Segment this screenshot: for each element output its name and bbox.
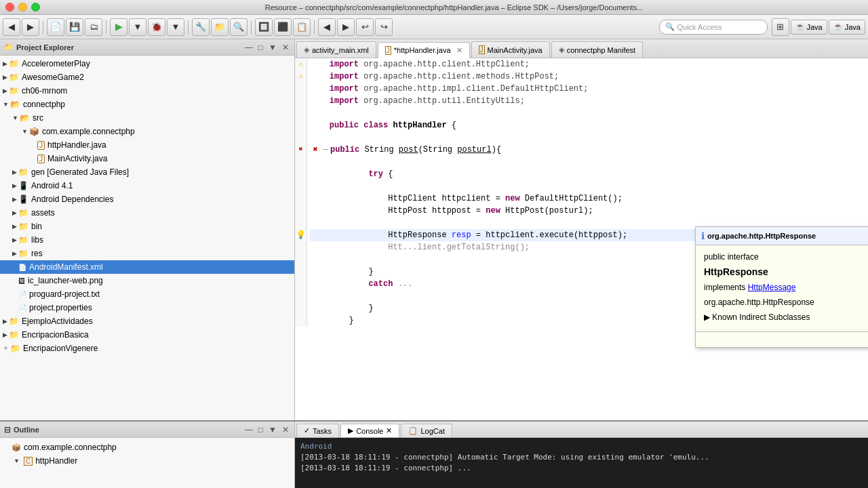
- tree-item-awesome[interactable]: ▶ 📁 AwesomeGame2: [0, 70, 294, 84]
- nav-button3[interactable]: 📋: [293, 18, 311, 36]
- tree-item-mainactivity[interactable]: J MainActivity.java: [0, 152, 294, 165]
- gutter-14: [295, 217, 307, 229]
- tree-item-src[interactable]: ▼ 📂 src: [0, 111, 294, 125]
- java2-perspective-button[interactable]: ☕ Java: [829, 20, 865, 35]
- full-classname: org.apache.http.HttpResponse: [704, 298, 814, 307]
- java2-icon: ☕: [833, 22, 843, 31]
- tree-item-ejemplo[interactable]: ▶ 📁 EjemploActividades: [0, 314, 294, 328]
- line-11: [310, 180, 865, 192]
- tree-item-androidmanifest[interactable]: 📄 AndroidManifest.xml: [0, 260, 294, 274]
- known-subclasses-label[interactable]: ▶ Known Indirect Subclasses: [704, 312, 810, 322]
- tab-close-httphandler[interactable]: ✕: [456, 46, 462, 55]
- last-edit-button[interactable]: ↩: [356, 18, 374, 36]
- gutter-13: [295, 205, 307, 217]
- minimize-panel-button[interactable]: —: [243, 43, 254, 52]
- outline-item-class[interactable]: ▼ C httpHandler: [3, 454, 292, 468]
- outline-minimize[interactable]: —: [243, 425, 254, 434]
- back-button[interactable]: ◀: [3, 18, 20, 36]
- tab-httphandler[interactable]: J *httpHandler.java ✕: [378, 42, 470, 58]
- gutter-12: [295, 192, 307, 205]
- project-tree: ▶ 📁 AccelerometerPlay ▶ 📁 AwesomeGame2 ▶…: [0, 56, 294, 420]
- line-8: ✖ — public String post(String posturl){: [310, 144, 865, 156]
- console-text-1: [2013-03-18 18:11:19 - connectphp] Autom…: [300, 453, 709, 462]
- open-button[interactable]: 📁: [211, 18, 229, 36]
- tooltip-section5[interactable]: ▶ Known Indirect Subclasses: [704, 311, 868, 323]
- console-panel: ✓ Tasks ▶ Console ✕ 📋 LogCat Android: [295, 422, 868, 488]
- new-button[interactable]: 📄: [47, 18, 64, 36]
- tree-item-bin[interactable]: ▶ 📁 bin: [0, 220, 294, 233]
- public-interface-label: public interface: [704, 252, 759, 262]
- next-edit-button[interactable]: ▶: [337, 18, 355, 36]
- save-all-button[interactable]: 🗂: [85, 18, 102, 36]
- code-editor[interactable]: ⚠ ⚠ ✖ 💡: [295, 58, 868, 420]
- debug-dropdown[interactable]: ▼: [167, 18, 184, 36]
- prev-anno-button[interactable]: ↪: [375, 18, 393, 36]
- quick-access-container[interactable]: 🔍 Quick Access: [659, 20, 768, 35]
- forward-button[interactable]: ▶: [22, 18, 39, 36]
- collapse-panel-button[interactable]: ▼: [267, 43, 278, 52]
- gutter-21: [295, 302, 307, 314]
- run-dropdown[interactable]: ▼: [129, 18, 146, 36]
- gutter-6: [295, 119, 307, 131]
- gutter-8: ✖: [295, 144, 307, 156]
- maximize-panel-button[interactable]: □: [257, 43, 264, 52]
- outline-header: ⊟ Outline — □ ▼ ✕: [0, 422, 294, 438]
- tree-item-proguard[interactable]: 📄 proguard-project.txt: [0, 287, 294, 301]
- tree-item-ic-launcher[interactable]: 🖼 ic_launcher-web.png: [0, 274, 294, 287]
- logcat-icon: 📋: [408, 426, 418, 435]
- tree-item-res[interactable]: ▶ 📁 res: [0, 247, 294, 260]
- tree-item-gen[interactable]: ▶ 📁 gen [Generated Java Files]: [0, 165, 294, 179]
- tree-item-httphandler[interactable]: J httpHandler.java: [0, 138, 294, 152]
- tree-item-projectprop[interactable]: 📄 project.properties: [0, 301, 294, 314]
- outline-collapse[interactable]: ▼: [267, 425, 278, 434]
- close-button[interactable]: [5, 3, 14, 12]
- console-tab-close[interactable]: ✕: [386, 426, 392, 435]
- maximize-button[interactable]: [31, 3, 40, 12]
- outline-maximize[interactable]: □: [257, 425, 264, 434]
- debug-button[interactable]: 🐞: [148, 18, 165, 36]
- tree-item-connectphp[interactable]: ▼ 📂 connectphp: [0, 98, 294, 111]
- info-icon: ℹ: [701, 230, 705, 242]
- tab-tasks[interactable]: ✓ Tasks: [296, 424, 339, 437]
- minimize-button[interactable]: [18, 3, 27, 12]
- save-button[interactable]: 💾: [66, 18, 83, 36]
- tree-item-android-dep[interactable]: ▶ 📱 Android Dependencies: [0, 192, 294, 206]
- tree-item-accel[interactable]: ▶ 📁 AccelerometerPlay: [0, 57, 294, 70]
- tree-item-encripvige[interactable]: ▼ 📁 EncripacionVigenere: [0, 342, 294, 355]
- nav-button1[interactable]: 🔲: [255, 18, 273, 36]
- close-panel-button[interactable]: ✕: [281, 43, 290, 52]
- tree-item-com[interactable]: ▼ 📦 com.example.connectphp: [0, 125, 294, 138]
- tab-java2-icon: J: [479, 45, 485, 54]
- gutter-20: [295, 290, 307, 302]
- tab-mainactivity[interactable]: J MainActivity.java: [471, 41, 550, 58]
- tab-logcat[interactable]: 📋 LogCat: [401, 424, 452, 437]
- java-perspective-button[interactable]: ☕ Java: [791, 20, 827, 35]
- tree-item-assets[interactable]: ▶ 📁 assets: [0, 206, 294, 220]
- httpresponse-label: HttpResponse: [704, 266, 768, 277]
- search-button[interactable]: 🔍: [230, 18, 248, 36]
- open-perspective-button[interactable]: ⊞: [772, 18, 789, 36]
- tree-item-libs[interactable]: ▶ 📁 libs: [0, 233, 294, 247]
- window-controls: [5, 3, 40, 12]
- outline-item-package[interactable]: 📦 com.example.connectphp: [3, 441, 292, 454]
- tab-activity-main[interactable]: ◈ activity_main.xml: [296, 41, 376, 58]
- build-button[interactable]: 🔧: [192, 18, 210, 36]
- tree-item-ch06[interactable]: ▶ 📁 ch06-mrnom: [0, 84, 294, 98]
- tab-xml-icon: ◈: [304, 45, 309, 54]
- prev-edit-button[interactable]: ◀: [318, 18, 336, 36]
- tree-item-android41[interactable]: ▶ 📱 Android 4.1: [0, 179, 294, 192]
- httpmessage-link[interactable]: HttpMessage: [748, 283, 796, 292]
- run-button[interactable]: ▶: [110, 18, 127, 36]
- gutter-7: [295, 131, 307, 144]
- tree-item-encripbasica[interactable]: ▶ 📁 EncripacionBasica: [0, 328, 294, 342]
- gutter-16: [295, 241, 307, 253]
- nav-button2[interactable]: ⬛: [274, 18, 292, 36]
- line-2: import org.apache.http.client.methods.Ht…: [310, 70, 865, 83]
- outline-close[interactable]: ✕: [281, 425, 290, 434]
- tab-console[interactable]: ▶ Console ✕: [340, 424, 399, 437]
- tab-manifest[interactable]: ◈ connectphp Manifest: [551, 41, 644, 58]
- tab-bar: ◈ activity_main.xml J *httpHandler.java …: [295, 39, 868, 58]
- bottom-tab-bar: ✓ Tasks ▶ Console ✕ 📋 LogCat: [295, 422, 868, 438]
- editor-area: ◈ activity_main.xml J *httpHandler.java …: [295, 39, 868, 420]
- package-icon: 📦: [12, 443, 21, 452]
